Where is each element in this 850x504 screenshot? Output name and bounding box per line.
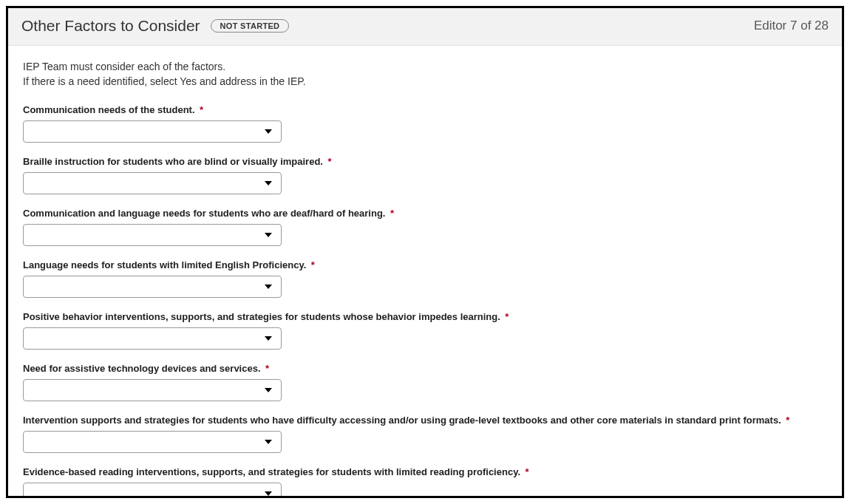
required-asterisk: * bbox=[327, 156, 331, 167]
chevron-down-icon bbox=[265, 491, 272, 496]
chevron-down-icon bbox=[265, 440, 272, 444]
required-asterisk: * bbox=[311, 259, 315, 270]
select-assistive-technology[interactable] bbox=[23, 379, 282, 401]
field-reading-interventions: Evidence-based reading interventions, su… bbox=[23, 465, 827, 498]
content-area: IEP Team must consider each of the facto… bbox=[8, 46, 842, 498]
field-label: Communication needs of the student. bbox=[23, 104, 195, 115]
field-positive-behavior: Positive behavior interventions, support… bbox=[23, 310, 827, 350]
field-deaf-hearing: Communication and language needs for stu… bbox=[23, 206, 827, 246]
chevron-down-icon bbox=[265, 181, 272, 185]
header-bar: Other Factors to Consider NOT STARTED Ed… bbox=[8, 8, 842, 46]
chevron-down-icon bbox=[265, 285, 272, 289]
instructions-line-1: IEP Team must consider each of the facto… bbox=[23, 59, 827, 74]
field-label: Evidence-based reading interventions, su… bbox=[23, 466, 520, 477]
form-panel: Other Factors to Consider NOT STARTED Ed… bbox=[6, 6, 844, 498]
select-communication-needs[interactable] bbox=[23, 120, 282, 143]
field-label: Positive behavior interventions, support… bbox=[23, 311, 500, 322]
field-label: Language needs for students with limited… bbox=[23, 259, 306, 270]
select-intervention-supports[interactable] bbox=[23, 431, 282, 453]
select-limited-english[interactable] bbox=[23, 276, 282, 298]
select-positive-behavior[interactable] bbox=[23, 327, 282, 350]
field-limited-english: Language needs for students with limited… bbox=[23, 258, 827, 298]
field-assistive-technology: Need for assistive technology devices an… bbox=[23, 361, 827, 401]
chevron-down-icon bbox=[265, 129, 272, 134]
field-intervention-supports: Intervention supports and strategies for… bbox=[23, 413, 827, 453]
chevron-down-icon bbox=[265, 336, 272, 341]
required-asterisk: * bbox=[200, 104, 203, 115]
field-label: Communication and language needs for stu… bbox=[23, 208, 385, 219]
field-label: Intervention supports and strategies for… bbox=[23, 415, 781, 426]
select-braille-instruction[interactable] bbox=[23, 172, 282, 194]
field-label: Braille instruction for students who are… bbox=[23, 156, 323, 167]
page-title: Other Factors to Consider bbox=[21, 17, 200, 35]
select-reading-interventions[interactable] bbox=[23, 483, 282, 498]
chevron-down-icon bbox=[265, 388, 272, 392]
status-badge: NOT STARTED bbox=[211, 19, 290, 33]
header-left: Other Factors to Consider NOT STARTED bbox=[21, 17, 289, 35]
field-braille-instruction: Braille instruction for students who are… bbox=[23, 154, 827, 194]
instructions-line-2: If there is a need identified, select Ye… bbox=[23, 74, 827, 89]
instructions: IEP Team must consider each of the facto… bbox=[23, 59, 827, 89]
required-asterisk: * bbox=[525, 466, 528, 477]
field-communication-needs: Communication needs of the student. * bbox=[23, 103, 827, 143]
required-asterisk: * bbox=[265, 363, 269, 374]
chevron-down-icon bbox=[265, 233, 272, 237]
required-asterisk: * bbox=[390, 208, 394, 219]
editor-count: Editor 7 of 28 bbox=[754, 18, 829, 33]
field-label: Need for assistive technology devices an… bbox=[23, 363, 261, 374]
required-asterisk: * bbox=[505, 311, 509, 322]
required-asterisk: * bbox=[786, 415, 789, 426]
select-deaf-hearing[interactable] bbox=[23, 224, 282, 246]
